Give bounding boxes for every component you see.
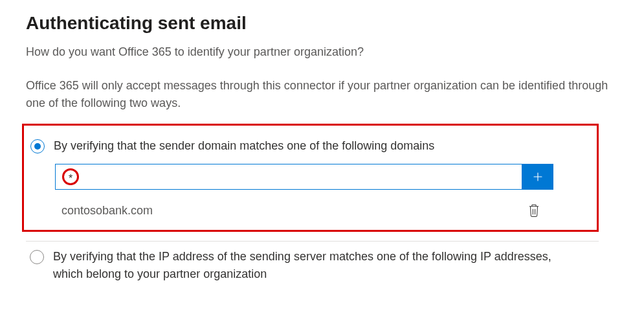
page-subtitle: How do you want Office 365 to identify y… bbox=[26, 45, 618, 59]
option2-label: By verifying that the IP address of the … bbox=[53, 248, 584, 283]
option1-highlight: By verifying that the sender domain matc… bbox=[22, 124, 599, 232]
input-current-value: * bbox=[69, 174, 72, 184]
domain-entry-text: contosobank.com bbox=[55, 204, 525, 218]
option-divider bbox=[26, 241, 599, 242]
option1-label: By verifying that the sender domain matc… bbox=[54, 137, 434, 155]
page-title: Authenticating sent email bbox=[26, 13, 618, 34]
add-domain-button[interactable] bbox=[522, 164, 553, 190]
domain-input[interactable] bbox=[79, 164, 522, 190]
delete-domain-button[interactable] bbox=[525, 201, 543, 220]
domain-input-container: * bbox=[55, 164, 522, 190]
domain-list-item: contosobank.com bbox=[55, 199, 553, 222]
plus-icon bbox=[532, 171, 544, 183]
page-description: Office 365 will only accept messages thr… bbox=[26, 77, 618, 112]
option2-radio[interactable] bbox=[30, 250, 44, 264]
input-star-highlight: * bbox=[62, 168, 79, 185]
option1-radio[interactable] bbox=[30, 139, 45, 153]
trash-icon bbox=[527, 203, 540, 218]
